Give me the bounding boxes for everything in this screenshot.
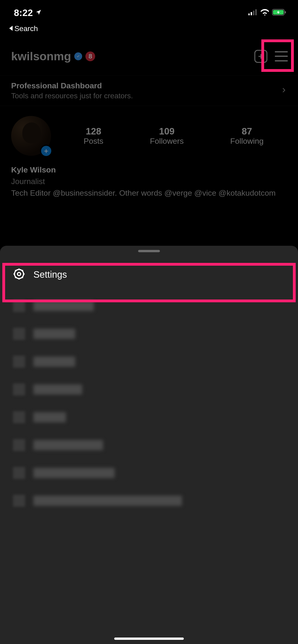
dashboard-title: Professional Dashboard	[11, 81, 133, 90]
menu-item-blurred[interactable]	[0, 376, 298, 403]
svg-rect-1	[251, 12, 252, 15]
blurred-label	[34, 329, 75, 339]
blurred-icon	[13, 356, 25, 368]
location-arrow-icon	[35, 9, 42, 16]
add-story-button[interactable]: +	[40, 145, 53, 157]
avatar[interactable]: +	[11, 116, 51, 156]
blurred-label	[34, 301, 94, 311]
svg-rect-3	[255, 9, 257, 15]
bio-name: Kyle Wilson	[11, 164, 287, 175]
back-chevron-icon	[9, 26, 13, 32]
sheet-grabber[interactable]	[138, 250, 160, 252]
svg-rect-6	[285, 11, 286, 14]
blurred-icon	[13, 384, 25, 396]
status-bar: 8:22	[0, 0, 298, 26]
username-text: kwilsonmg	[11, 50, 71, 63]
username-switcher[interactable]: kwilsonmg 8	[11, 50, 95, 63]
menu-item-blurred[interactable]	[0, 320, 298, 348]
blurred-label	[34, 384, 82, 394]
menu-sheet: Settings	[0, 246, 298, 644]
professional-dashboard-row[interactable]: Professional Dashboard Tools and resourc…	[0, 75, 298, 106]
svg-rect-2	[253, 11, 254, 15]
blurred-label	[34, 496, 182, 506]
wifi-icon	[260, 9, 269, 16]
following-stat[interactable]: 87 Following	[230, 126, 264, 146]
blurred-label	[34, 412, 66, 422]
cellular-signal-icon	[248, 9, 258, 16]
highlight-settings-row	[2, 263, 296, 302]
blurred-label	[34, 440, 103, 450]
profile-bio: Kyle Wilson Journalist Tech Editor @busi…	[11, 164, 287, 198]
chevron-right-icon	[281, 86, 287, 96]
blurred-label	[34, 468, 115, 478]
posts-stat[interactable]: 128 Posts	[84, 126, 103, 146]
blurred-icon	[13, 495, 25, 507]
dashboard-subtitle: Tools and resources just for creators.	[11, 92, 133, 100]
highlight-menu-button	[261, 40, 294, 72]
notification-count-badge: 8	[85, 52, 95, 61]
home-indicator[interactable]	[114, 638, 184, 640]
blurred-icon	[13, 411, 25, 423]
blurred-icon	[13, 439, 25, 451]
menu-item-blurred[interactable]	[0, 487, 298, 515]
menu-item-blurred[interactable]	[0, 459, 298, 487]
bio-text: Tech Editor @businessinsider. Other word…	[11, 188, 287, 198]
blurred-icon	[13, 467, 25, 479]
menu-item-blurred[interactable]	[0, 348, 298, 376]
battery-charging-icon	[272, 9, 286, 17]
followers-stat[interactable]: 109 Followers	[150, 126, 184, 146]
status-time: 8:22	[14, 8, 33, 18]
back-to-search[interactable]: Search	[9, 24, 38, 33]
menu-item-blurred[interactable]	[0, 403, 298, 431]
bio-category: Journalist	[11, 176, 287, 187]
profile-header: kwilsonmg 8	[0, 43, 298, 70]
blurred-icon	[13, 328, 25, 340]
profile-stats-row: + 128 Posts 109 Followers 87 Following	[0, 116, 298, 156]
menu-item-blurred[interactable]	[0, 431, 298, 459]
svg-rect-0	[248, 14, 250, 15]
verified-badge-icon	[74, 52, 82, 60]
blurred-label	[34, 356, 75, 367]
